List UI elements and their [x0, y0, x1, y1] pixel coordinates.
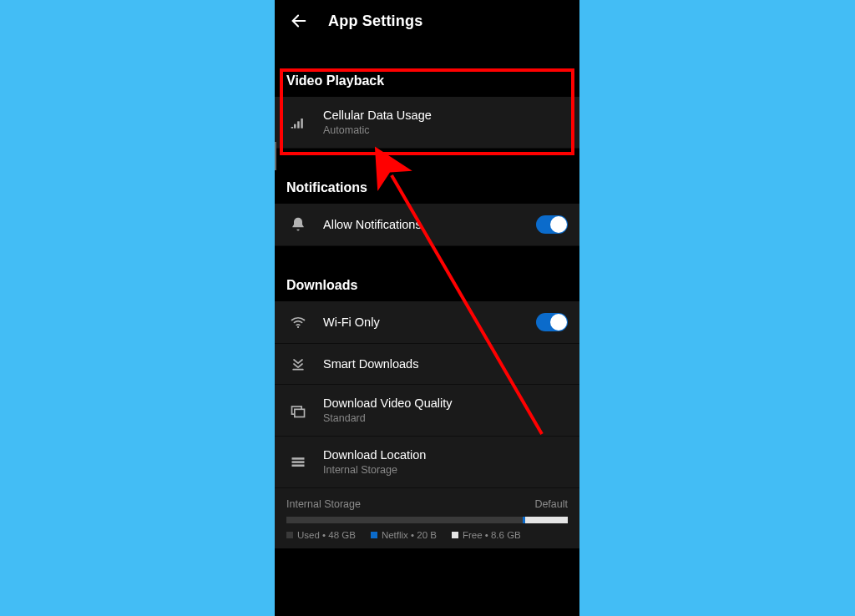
svg-rect-2 — [294, 124, 296, 128]
allow-notifications-toggle[interactable] — [536, 215, 568, 234]
phone-frame: App Settings Video Playback Cellular Dat… — [275, 0, 579, 616]
smart-downloads-label: Smart Downloads — [323, 357, 568, 371]
download-quality-label: Download Video Quality — [323, 396, 568, 410]
cellular-value: Automatic — [323, 124, 568, 136]
svg-rect-11 — [292, 464, 305, 467]
section-title-downloads: Downloads — [275, 266, 579, 301]
row-cellular-data-usage[interactable]: Cellular Data Usage Automatic — [275, 97, 579, 149]
download-quality-value: Standard — [323, 412, 568, 424]
svg-rect-1 — [291, 127, 294, 129]
storage-legend: Used • 48 GB Netflix • 20 B Free • 8.6 G… — [286, 530, 568, 540]
storage-bar-free — [525, 517, 568, 523]
svg-rect-10 — [292, 461, 305, 463]
row-wifi-only[interactable]: Wi-Fi Only — [275, 301, 579, 344]
cellular-label: Cellular Data Usage — [323, 109, 568, 122]
back-arrow-icon[interactable] — [290, 12, 308, 30]
download-location-value: Internal Storage — [323, 464, 568, 476]
storage-bar — [286, 517, 568, 523]
wifi-only-toggle[interactable] — [536, 313, 568, 331]
legend-used: Used • 48 GB — [297, 530, 356, 540]
svg-rect-8 — [295, 409, 305, 417]
legend-swatch-used — [286, 532, 293, 538]
smart-download-icon — [286, 356, 310, 372]
row-download-location[interactable]: Download Location Internal Storage — [275, 437, 579, 488]
legend-netflix: Netflix • 20 B — [382, 530, 437, 540]
wifi-icon — [286, 314, 310, 331]
svg-rect-4 — [301, 119, 303, 129]
svg-rect-3 — [297, 121, 300, 128]
storage-icon — [286, 454, 310, 471]
video-quality-icon — [286, 402, 310, 419]
svg-rect-9 — [292, 457, 305, 460]
storage-mode: Default — [534, 498, 568, 510]
row-allow-notifications[interactable]: Allow Notifications — [275, 204, 579, 246]
signal-bars-icon — [286, 114, 310, 131]
side-notch — [275, 142, 276, 170]
section-title-notifications: Notifications — [275, 169, 579, 204]
storage-usage-panel: Internal Storage Default Used • 48 GB Ne… — [275, 488, 579, 548]
download-location-label: Download Location — [323, 448, 568, 462]
storage-bar-used — [286, 517, 523, 523]
legend-free: Free • 8.6 GB — [463, 530, 521, 540]
row-download-video-quality[interactable]: Download Video Quality Standard — [275, 385, 579, 437]
legend-swatch-free — [452, 532, 458, 538]
storage-name: Internal Storage — [286, 498, 361, 510]
page-title: App Settings — [328, 13, 422, 30]
row-smart-downloads[interactable]: Smart Downloads — [275, 344, 579, 385]
bell-icon — [286, 216, 310, 233]
header-bar: App Settings — [275, 0, 579, 42]
svg-point-5 — [297, 326, 299, 328]
allow-notifications-label: Allow Notifications — [323, 218, 536, 231]
wifi-only-label: Wi-Fi Only — [323, 316, 536, 329]
legend-swatch-netflix — [371, 532, 377, 538]
section-title-video-playback: Video Playback — [275, 62, 579, 97]
